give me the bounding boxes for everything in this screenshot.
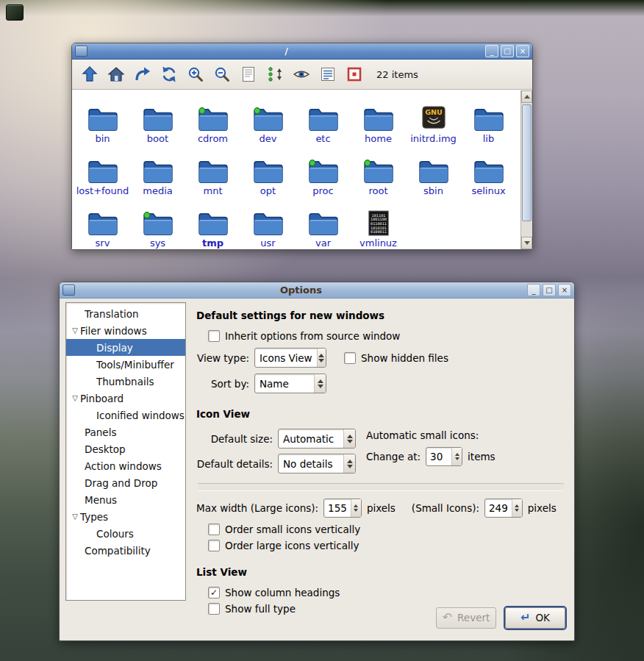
file-label: opt bbox=[260, 185, 276, 196]
file-item-initrd-img[interactable]: GNUinitrd.img bbox=[406, 95, 461, 144]
default-size-combo[interactable]: Automatic bbox=[278, 429, 356, 449]
minimize-button[interactable]: _ bbox=[527, 284, 540, 296]
show-hidden-icon[interactable] bbox=[291, 64, 312, 85]
scroll-down-icon bbox=[524, 241, 530, 245]
close-button[interactable]: × bbox=[516, 45, 529, 57]
small-icons-spinner[interactable]: 249 bbox=[484, 499, 523, 518]
redo-icon[interactable] bbox=[132, 64, 153, 85]
sidebar-item-thumbnails[interactable]: Thumbnails bbox=[66, 373, 185, 390]
file-item-usr[interactable]: usr bbox=[240, 199, 296, 249]
file-item-dev[interactable]: dev bbox=[240, 95, 296, 144]
default-details-combo[interactable]: No details bbox=[278, 454, 356, 474]
window-menu-icon[interactable] bbox=[62, 285, 75, 296]
sidebar-item-drag-and-drop[interactable]: Drag and Drop bbox=[66, 474, 185, 491]
sidebar-item-translation[interactable]: Translation bbox=[66, 305, 185, 322]
select-all-icon[interactable] bbox=[344, 64, 365, 85]
combo-arrows-icon bbox=[343, 429, 355, 448]
sidebar-item-panels[interactable]: Panels bbox=[66, 424, 185, 440]
vertical-scrollbar[interactable] bbox=[520, 90, 532, 249]
show-headings-checkbox[interactable] bbox=[208, 587, 220, 599]
file-item-etc[interactable]: etc bbox=[296, 95, 351, 144]
maximize-button[interactable]: □ bbox=[543, 284, 556, 296]
desktop: / _ □ × 22 items binbootcdromdevetchomeG… bbox=[0, 0, 644, 661]
sidebar-item-label: Menus bbox=[85, 494, 117, 506]
sidebar-item-types[interactable]: ▽Types bbox=[66, 508, 185, 525]
sidebar-item-display[interactable]: Display bbox=[66, 339, 185, 356]
options-titlebar[interactable]: Options _ □ × bbox=[60, 282, 574, 299]
file-item-selinux[interactable]: selinux bbox=[461, 147, 516, 196]
sidebar-item-menus[interactable]: Menus bbox=[66, 491, 185, 508]
file-item-lost-found[interactable]: lost+found bbox=[75, 147, 130, 196]
order-large-checkbox[interactable] bbox=[208, 540, 220, 551]
sidebar-item-colours[interactable]: Colours bbox=[66, 525, 185, 542]
file-label: bin bbox=[95, 133, 110, 144]
file-item-home[interactable]: home bbox=[351, 95, 406, 144]
minimize-button[interactable]: _ bbox=[485, 45, 498, 57]
options-sidebar: Translation▽Filer windowsDisplayTools/Mi… bbox=[65, 302, 186, 601]
file-item-sbin[interactable]: sbin bbox=[406, 147, 461, 196]
max-width-spinner[interactable]: 155 bbox=[323, 499, 362, 518]
folder-icon bbox=[418, 154, 450, 185]
maximize-button[interactable]: □ bbox=[501, 45, 514, 57]
view-type-combo[interactable]: Icons View bbox=[254, 348, 326, 368]
combo-arrows-icon bbox=[317, 349, 326, 367]
file-item-srv[interactable]: srv bbox=[75, 199, 130, 249]
sidebar-item-iconified-windows[interactable]: Iconified windows bbox=[66, 407, 185, 424]
window-menu-icon[interactable] bbox=[75, 46, 87, 57]
sidebar-item-label: Iconified windows bbox=[96, 410, 185, 421]
file-item-lib[interactable]: lib bbox=[461, 95, 516, 144]
list-view-icon[interactable] bbox=[318, 64, 338, 85]
home-icon[interactable] bbox=[106, 64, 126, 85]
close-button[interactable]: × bbox=[558, 284, 571, 296]
sort-icon[interactable] bbox=[265, 64, 285, 85]
up-icon[interactable] bbox=[79, 64, 100, 85]
inherit-checkbox[interactable] bbox=[208, 330, 220, 342]
order-small-checkbox[interactable] bbox=[208, 524, 220, 535]
separator-groove bbox=[198, 483, 564, 491]
file-label: selinux bbox=[471, 185, 505, 196]
zoom-icon[interactable] bbox=[212, 64, 232, 85]
show-hidden-label: Show hidden files bbox=[361, 352, 448, 364]
file-label: vmlinuz bbox=[359, 237, 397, 249]
file-item-media[interactable]: media bbox=[130, 147, 185, 196]
sidebar-item-filer-windows[interactable]: ▽Filer windows bbox=[66, 322, 185, 339]
options-window: Options _ □ × Translation▽Filer windowsD… bbox=[59, 282, 575, 641]
scrollbar-track[interactable] bbox=[521, 103, 532, 237]
filer-titlebar[interactable]: / _ □ × bbox=[72, 43, 532, 60]
file-item-vmlinuz[interactable]: 1011011001100011001110101010100011vmlinu… bbox=[351, 199, 406, 249]
file-item-cdrom[interactable]: cdrom bbox=[185, 95, 240, 144]
file-item-mnt[interactable]: mnt bbox=[185, 147, 240, 196]
sidebar-item-action-windows[interactable]: Action windows bbox=[66, 457, 185, 474]
file-item-bin[interactable]: bin bbox=[75, 95, 130, 144]
file-item-root[interactable]: root bbox=[351, 147, 406, 196]
zoom-in-icon[interactable] bbox=[185, 64, 206, 85]
refresh-icon[interactable] bbox=[159, 64, 179, 85]
sidebar-item-pinboard[interactable]: ▽Pinboard bbox=[66, 390, 185, 407]
sort-by-combo[interactable]: Name bbox=[254, 374, 326, 393]
svg-text:0100011: 0100011 bbox=[371, 229, 387, 234]
file-item-sys[interactable]: sys bbox=[130, 199, 185, 249]
file-item-opt[interactable]: opt bbox=[240, 147, 296, 196]
scroll-down-button[interactable] bbox=[521, 237, 532, 249]
expander-icon[interactable]: ▽ bbox=[70, 512, 80, 521]
file-item-tmp[interactable]: tmp bbox=[185, 199, 240, 249]
sidebar-item-tools-minibuffer[interactable]: Tools/Minibuffer bbox=[66, 356, 185, 373]
sidebar-item-desktop[interactable]: Desktop bbox=[66, 440, 185, 457]
file-item-boot[interactable]: boot bbox=[130, 95, 185, 144]
scrollbar-thumb[interactable] bbox=[522, 104, 532, 221]
expander-icon[interactable]: ▽ bbox=[70, 326, 80, 335]
expander-icon[interactable]: ▽ bbox=[70, 394, 80, 402]
pinboard-icon[interactable] bbox=[6, 4, 24, 21]
folder-icon bbox=[87, 101, 119, 132]
file-item-proc[interactable]: proc bbox=[296, 147, 351, 196]
revert-button[interactable]: ↶ Revert bbox=[436, 607, 496, 629]
sidebar-item-compatibility[interactable]: Compatibility bbox=[66, 542, 185, 559]
scroll-up-button[interactable] bbox=[521, 90, 532, 103]
details-icon[interactable] bbox=[238, 64, 259, 85]
file-item-var[interactable]: var bbox=[296, 199, 351, 249]
ok-button[interactable]: ↵ OK bbox=[505, 607, 565, 629]
file-label: etc bbox=[315, 133, 330, 144]
change-at-spinner[interactable]: 30 bbox=[426, 447, 462, 466]
list-view-header: List View bbox=[196, 566, 564, 578]
show-hidden-checkbox[interactable] bbox=[344, 352, 356, 364]
